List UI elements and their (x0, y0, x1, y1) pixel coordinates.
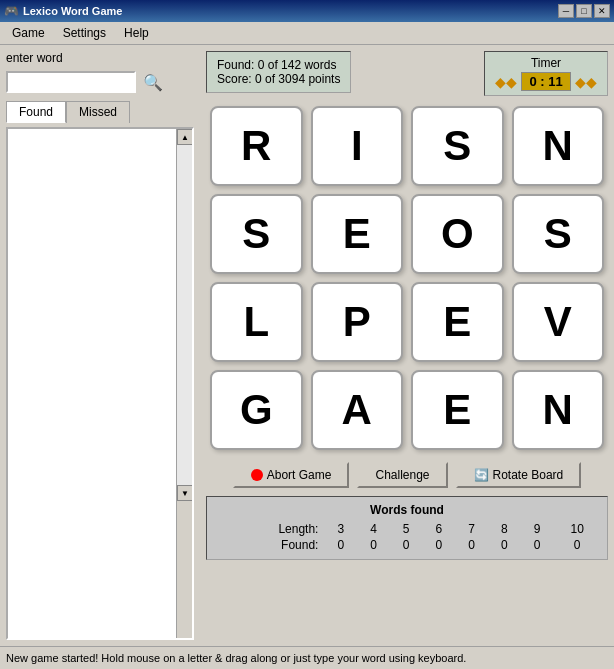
length-col-7: 7 (455, 521, 488, 537)
scroll-down-button[interactable]: ▼ (177, 485, 193, 501)
length-col-9: 9 (521, 521, 554, 537)
length-col-10: 10 (553, 521, 601, 537)
words-found-title: Words found (213, 503, 601, 517)
action-buttons: Abort Game Challenge 🔄 Rotate Board (206, 460, 608, 490)
timer-diamond-right-icon: ◆◆ (575, 74, 597, 90)
word-input[interactable] (6, 71, 136, 93)
word-input-row: 🔍 (6, 69, 194, 95)
menu-game[interactable]: Game (4, 24, 53, 42)
letter-tile-l-8[interactable]: L (210, 282, 303, 362)
abort-dot-icon (251, 469, 263, 481)
window-title: Lexico Word Game (23, 5, 554, 17)
left-panel: enter word 🔍 Found Missed ▲ ▼ (0, 45, 200, 646)
close-button[interactable]: ✕ (594, 4, 610, 18)
app-icon: 🎮 (4, 4, 19, 18)
tab-found[interactable]: Found (6, 101, 66, 123)
found-count-1: 0 (324, 537, 357, 553)
challenge-button[interactable]: Challenge (357, 462, 447, 488)
rotate-board-button[interactable]: 🔄 Rotate Board (456, 462, 582, 488)
letter-tile-v-11[interactable]: V (512, 282, 605, 362)
timer-diamond-left-icon: ◆◆ (495, 74, 517, 90)
rotate-icon: 🔄 (474, 468, 489, 482)
menu-help[interactable]: Help (116, 24, 157, 42)
score-stat: Score: 0 of 3094 points (217, 72, 340, 86)
length-col-3: 3 (324, 521, 357, 537)
timer-value: 0 : 11 (521, 72, 571, 91)
length-col-8: 8 (488, 521, 521, 537)
rotate-label: Rotate Board (493, 468, 564, 482)
challenge-label: Challenge (375, 468, 429, 482)
timer-area: Timer ◆◆ 0 : 11 ◆◆ (484, 51, 608, 96)
search-button[interactable]: 🔍 (140, 69, 166, 95)
letter-tile-s-4[interactable]: S (210, 194, 303, 274)
status-bar: New game started! Hold mouse on a letter… (0, 646, 614, 668)
found-count-2: 0 (357, 537, 390, 553)
letter-tile-o-6[interactable]: O (411, 194, 504, 274)
menu-settings[interactable]: Settings (55, 24, 114, 42)
letter-tile-p-9[interactable]: P (311, 282, 404, 362)
length-label: Length: (213, 521, 324, 537)
abort-game-button[interactable]: Abort Game (233, 462, 350, 488)
letter-grid: RISNSEOSLPEVGAEN (206, 102, 608, 454)
found-count-7: 0 (521, 537, 554, 553)
letter-tile-i-1[interactable]: I (311, 106, 404, 186)
right-panel: Found: 0 of 142 words Score: 0 of 3094 p… (200, 45, 614, 646)
length-col-6: 6 (423, 521, 456, 537)
scrollbar[interactable]: ▲ ▼ (176, 129, 192, 638)
tab-missed[interactable]: Missed (66, 101, 130, 123)
minimize-button[interactable]: ─ (558, 4, 574, 18)
found-label: Found: (213, 537, 324, 553)
found-count-5: 0 (455, 537, 488, 553)
found-count-6: 0 (488, 537, 521, 553)
found-stat: Found: 0 of 142 words (217, 58, 340, 72)
enter-word-label: enter word (6, 51, 194, 65)
timer-label: Timer (531, 56, 561, 70)
timer-display: ◆◆ 0 : 11 ◆◆ (495, 72, 597, 91)
menu-bar: Game Settings Help (0, 22, 614, 45)
letter-tile-e-10[interactable]: E (411, 282, 504, 362)
maximize-button[interactable]: □ (576, 4, 592, 18)
found-count-8: 0 (553, 537, 601, 553)
letter-tile-r-0[interactable]: R (210, 106, 303, 186)
words-table: Length:345678910Found:00000000 (213, 521, 601, 553)
letter-tile-e-5[interactable]: E (311, 194, 404, 274)
found-count-4: 0 (423, 537, 456, 553)
status-message: New game started! Hold mouse on a letter… (6, 652, 466, 664)
letter-tile-s-2[interactable]: S (411, 106, 504, 186)
letter-tile-g-12[interactable]: G (210, 370, 303, 450)
tabs-container: Found Missed (6, 101, 194, 123)
length-col-5: 5 (390, 521, 423, 537)
letter-tile-n-15[interactable]: N (512, 370, 605, 450)
length-col-4: 4 (357, 521, 390, 537)
title-bar: 🎮 Lexico Word Game ─ □ ✕ (0, 0, 614, 22)
abort-label: Abort Game (267, 468, 332, 482)
letter-tile-a-13[interactable]: A (311, 370, 404, 450)
word-list: ▲ ▼ (6, 127, 194, 640)
found-count-3: 0 (390, 537, 423, 553)
stats-timer-row: Found: 0 of 142 words Score: 0 of 3094 p… (206, 51, 608, 96)
main-content: enter word 🔍 Found Missed ▲ ▼ Found: 0 o… (0, 45, 614, 646)
letter-tile-s-7[interactable]: S (512, 194, 605, 274)
stats-area: Found: 0 of 142 words Score: 0 of 3094 p… (206, 51, 351, 93)
letter-tile-e-14[interactable]: E (411, 370, 504, 450)
words-found-section: Words found Length:345678910Found:000000… (206, 496, 608, 560)
window-controls: ─ □ ✕ (558, 4, 610, 18)
scroll-up-button[interactable]: ▲ (177, 129, 193, 145)
letter-tile-n-3[interactable]: N (512, 106, 605, 186)
